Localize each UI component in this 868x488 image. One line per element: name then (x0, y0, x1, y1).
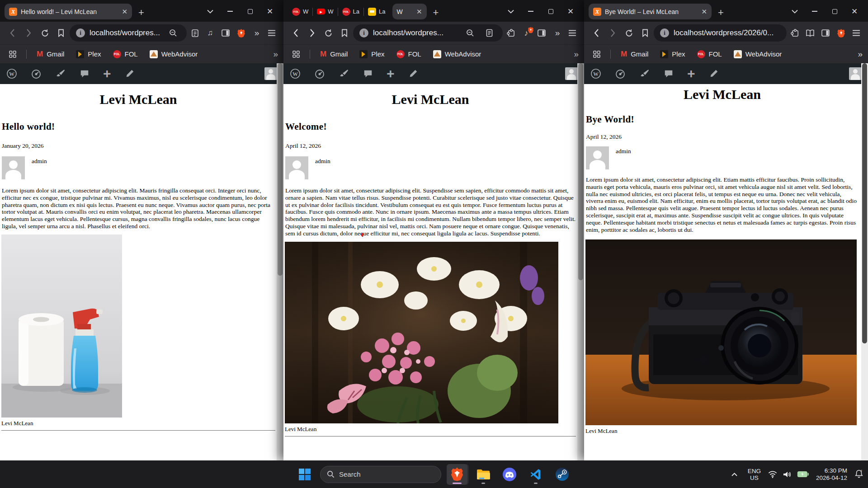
bookmark-plex[interactable]: Plex (356, 50, 388, 58)
bookmark-plex[interactable]: Plex (72, 50, 104, 58)
tab-search-chevron-icon[interactable] (501, 3, 521, 19)
taskbar-clock[interactable]: 6:30 PM 2026-04-12 (816, 467, 847, 482)
reload-icon[interactable] (621, 25, 637, 41)
site-info-icon[interactable]: i (660, 28, 669, 38)
back-icon[interactable] (5, 25, 20, 41)
tab-fol-2[interactable]: FOLLa (338, 4, 363, 19)
apps-grid-icon[interactable] (590, 47, 604, 61)
maximize-button[interactable] (825, 3, 844, 19)
minimize-button[interactable] (521, 3, 541, 19)
tab-doc[interactable]: La (364, 4, 389, 19)
reload-icon[interactable] (37, 25, 52, 41)
site-title[interactable]: Levi McLean (1, 84, 275, 107)
maximize-button[interactable] (541, 3, 561, 19)
site-info-icon[interactable]: i (359, 28, 368, 38)
language-indicator[interactable]: ENG US (748, 468, 761, 481)
wp-new-content-icon[interactable]: + (103, 69, 111, 78)
tab-bye-world[interactable]: X Bye World! – Levi McLean ✕ (589, 4, 712, 19)
wp-dashboard-icon[interactable] (615, 68, 626, 79)
site-title[interactable]: Levi McLean (285, 84, 576, 107)
bookmark-fol[interactable]: FOLFOL (109, 50, 142, 58)
wp-dashboard-icon[interactable] (314, 68, 325, 79)
close-window-button[interactable]: ✕ (260, 3, 280, 19)
reading-list-icon[interactable] (803, 26, 817, 40)
volume-icon[interactable] (783, 471, 792, 478)
wp-customize-icon[interactable] (639, 68, 650, 79)
bookmark-gmail[interactable]: MGmail (617, 50, 652, 59)
taskbar-steam[interactable] (552, 464, 572, 485)
menu-icon[interactable] (849, 26, 863, 40)
bookmark-fol[interactable]: FOLFOL (393, 50, 425, 58)
new-tab-button[interactable]: + (718, 6, 724, 19)
site-title[interactable]: Levi McLean (585, 84, 859, 102)
media-extension-icon[interactable]: ♫ (203, 26, 217, 40)
wp-comments-icon[interactable] (80, 69, 90, 79)
taskbar-file-explorer[interactable] (473, 464, 494, 485)
bookmark-gmail[interactable]: MGmail (33, 50, 68, 59)
scrollbar-thumb[interactable] (278, 63, 283, 276)
wp-customize-icon[interactable] (55, 68, 66, 79)
sidebar-icon[interactable] (818, 26, 833, 40)
bookmark-webadvisor[interactable]: WebAdvisor (146, 50, 202, 58)
taskbar-discord[interactable] (499, 464, 520, 485)
scrollbar-thumb[interactable] (578, 63, 583, 280)
tab-search-chevron-icon[interactable] (785, 3, 805, 19)
sidebar-icon[interactable] (534, 26, 549, 40)
maximize-button[interactable] (240, 3, 260, 19)
wp-edit-post-icon[interactable] (125, 69, 135, 79)
zoom-out-icon[interactable] (166, 26, 180, 40)
bookmark-fol[interactable]: FOLFOL (693, 50, 726, 58)
sidebar-icon[interactable] (218, 26, 233, 40)
close-window-button[interactable]: ✕ (561, 3, 580, 19)
wp-new-content-icon[interactable]: + (687, 69, 695, 78)
apps-grid-icon[interactable] (289, 47, 303, 61)
bookmarks-overflow-icon[interactable]: » (858, 49, 863, 59)
tray-expand-chevron-icon[interactable] (729, 473, 741, 476)
tab-close-icon[interactable]: ✕ (122, 8, 127, 16)
wp-account-avatar[interactable] (264, 67, 277, 80)
toolbar-overflow-icon[interactable]: » (550, 26, 564, 40)
bookmark-icon[interactable] (53, 25, 69, 41)
site-info-icon[interactable]: i (76, 28, 85, 38)
bookmarks-overflow-icon[interactable]: » (574, 49, 579, 59)
minimize-button[interactable] (805, 3, 825, 19)
bookmark-webadvisor[interactable]: WebAdvisor (730, 50, 786, 58)
wp-comments-icon[interactable] (664, 69, 674, 79)
bookmark-icon[interactable] (337, 25, 352, 41)
bookmarks-overflow-icon[interactable]: » (273, 49, 278, 59)
address-bar[interactable]: i localhost/wordpres... (70, 24, 187, 42)
new-tab-button[interactable]: + (433, 6, 439, 19)
new-tab-button[interactable]: + (138, 6, 144, 19)
wp-comments-icon[interactable] (363, 69, 373, 79)
tab-close-icon[interactable]: ✕ (416, 8, 422, 16)
toolbar-overflow-icon[interactable]: » (249, 26, 264, 40)
notes-extension-icon[interactable] (188, 26, 202, 40)
taskbar-search[interactable]: Search (320, 466, 441, 483)
bookmark-icon[interactable] (637, 25, 653, 41)
bookmark-plex[interactable]: Plex (656, 50, 689, 58)
back-icon[interactable] (589, 25, 604, 41)
forward-icon[interactable] (21, 25, 36, 41)
address-bar[interactable]: i localhost/wordpress/2026/0... (654, 24, 787, 42)
menu-icon[interactable] (264, 26, 279, 40)
brave-shields-icon[interactable] (234, 26, 248, 40)
apps-grid-icon[interactable] (5, 47, 20, 61)
extensions-icon[interactable] (788, 26, 802, 40)
address-bar[interactable]: i localhost/wordpres... (353, 24, 503, 42)
menu-icon[interactable] (565, 26, 580, 40)
tab-youtube[interactable]: W (313, 4, 337, 19)
bookmark-webadvisor[interactable]: WebAdvisor (429, 50, 485, 58)
tab-search-chevron-icon[interactable] (200, 3, 220, 19)
media-brave-icon[interactable]: ♪ (519, 26, 533, 40)
wp-dashboard-icon[interactable] (31, 68, 42, 79)
wifi-icon[interactable] (768, 471, 777, 478)
scrollbar-thumb[interactable] (862, 63, 867, 343)
start-button[interactable] (295, 465, 315, 484)
tab-close-icon[interactable]: ✕ (701, 8, 707, 16)
back-icon[interactable] (288, 25, 303, 41)
page-scrollbar[interactable] (577, 63, 584, 460)
tab-welcome-active[interactable]: W ✕ (392, 4, 427, 19)
zoom-out-icon[interactable] (463, 26, 477, 40)
tab-fol-1[interactable]: FOLW (288, 4, 312, 19)
wp-account-avatar[interactable] (565, 67, 578, 80)
